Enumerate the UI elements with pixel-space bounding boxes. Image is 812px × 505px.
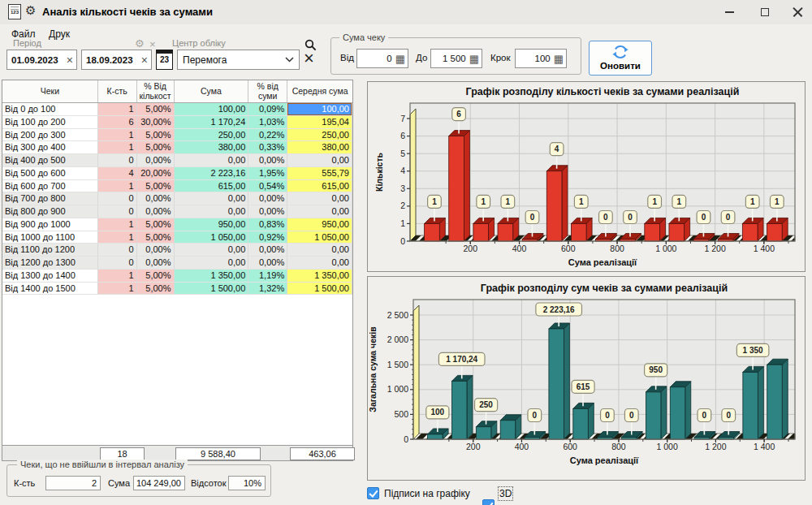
cell[interactable]: 1: [98, 270, 137, 283]
cell[interactable]: 100,00: [175, 103, 249, 116]
cell[interactable]: Від 700 до 800: [2, 192, 98, 205]
cell[interactable]: Від 1300 до 1400: [2, 270, 98, 283]
cell[interactable]: 950,00: [175, 218, 249, 231]
table-row[interactable]: Від 1000 до 110015,00%1 050,000,92%1 050…: [2, 231, 352, 244]
cell[interactable]: 0,00%: [137, 154, 175, 167]
cell[interactable]: Від 300 до 400: [2, 141, 98, 154]
cell[interactable]: 5,00%: [137, 141, 175, 154]
cell[interactable]: 0,00%: [248, 244, 287, 257]
cell[interactable]: 380,00: [175, 141, 249, 154]
cell[interactable]: 100,00: [287, 103, 352, 116]
table-row[interactable]: Від 900 до 100015,00%950,000,83%950,00: [2, 218, 352, 231]
cell[interactable]: 0,00: [175, 205, 249, 218]
cell[interactable]: 250,00: [287, 129, 352, 142]
cell[interactable]: Від 800 до 900: [2, 205, 98, 218]
cell[interactable]: 5,00%: [137, 231, 175, 244]
cell[interactable]: 0,00: [287, 154, 352, 167]
cell[interactable]: 0,00: [287, 205, 352, 218]
cell[interactable]: 0,00%: [248, 154, 287, 167]
cell[interactable]: Від 1400 до 1500: [2, 283, 98, 296]
cell[interactable]: 1,03%: [248, 116, 287, 129]
cell[interactable]: 30,00%: [137, 116, 175, 129]
cell[interactable]: Від 400 до 500: [2, 154, 98, 167]
cell[interactable]: 0,00%: [137, 205, 175, 218]
cell[interactable]: 5,00%: [137, 180, 175, 193]
cell[interactable]: 0: [98, 244, 137, 257]
refresh-button[interactable]: Оновити: [589, 41, 652, 76]
table-row[interactable]: Від 300 до 40015,00%380,000,33%380,00: [2, 141, 352, 154]
cell[interactable]: 195,04: [287, 116, 352, 129]
cell[interactable]: 1: [98, 141, 137, 154]
table-row[interactable]: Від 600 до 70015,00%615,000,54%615,00: [2, 180, 352, 193]
table-row[interactable]: Від 500 до 600420,00%2 223,161,95%555,79: [2, 167, 352, 180]
cell[interactable]: 0,00%: [248, 205, 287, 218]
cell[interactable]: Від 600 до 700: [2, 180, 98, 193]
cell[interactable]: 0,00: [175, 192, 249, 205]
cell[interactable]: 1: [98, 129, 137, 142]
table-row[interactable]: Від 200 до 30015,00%250,000,22%250,00: [2, 129, 352, 142]
cell[interactable]: 1 350,00: [287, 270, 352, 283]
cell[interactable]: 0,00%: [137, 244, 175, 257]
table-row[interactable]: Від 400 до 50000,00%0,000,00%0,00: [2, 154, 352, 167]
cell[interactable]: 1 050,00: [287, 231, 352, 244]
cell[interactable]: 1: [98, 103, 137, 116]
cell[interactable]: 1,19%: [248, 270, 287, 283]
cell[interactable]: 2 223,16: [175, 167, 249, 180]
cell[interactable]: 5,00%: [137, 270, 175, 283]
table-row[interactable]: Від 1100 до 120000,00%0,000,00%0,00: [2, 244, 352, 257]
close-button[interactable]: [781, 0, 812, 24]
maximize-button[interactable]: [749, 0, 781, 24]
column-header[interactable]: Чеки: [2, 80, 98, 102]
column-header[interactable]: Сума: [175, 80, 249, 102]
cell[interactable]: 0,54%: [248, 180, 287, 193]
period-from-input[interactable]: 01.09.2023: [6, 50, 77, 70]
table-row[interactable]: Від 800 до 90000,00%0,000,00%0,00: [2, 205, 352, 218]
cell[interactable]: 0,33%: [248, 141, 287, 154]
column-header[interactable]: К-сть: [98, 80, 137, 102]
clear-center-icon[interactable]: [304, 51, 314, 66]
cell[interactable]: 0,00: [287, 192, 352, 205]
sum-step-input[interactable]: 100: [515, 49, 567, 68]
table-row[interactable]: Від 1400 до 150015,00%1 500,001,32%1 500…: [2, 283, 352, 296]
cell[interactable]: Від 1200 до 1300: [2, 257, 98, 270]
cell[interactable]: 615,00: [287, 180, 352, 193]
cell[interactable]: Від 100 до 200: [2, 116, 98, 129]
table-row[interactable]: Від 100 до 200630,00%1 170,241,03%195,04: [2, 116, 352, 129]
cell[interactable]: 1: [98, 283, 137, 296]
cell[interactable]: 1: [98, 180, 137, 193]
cell[interactable]: 950,00: [287, 218, 352, 231]
cell[interactable]: Від 200 до 300: [2, 129, 98, 142]
calculator-icon[interactable]: [554, 54, 566, 64]
cell[interactable]: 5,00%: [137, 283, 175, 296]
period-to-input[interactable]: 18.09.2023: [81, 50, 152, 70]
cell[interactable]: 5,00%: [137, 103, 175, 116]
column-header[interactable]: % від суми: [248, 80, 287, 102]
cell[interactable]: 0,00%: [137, 192, 175, 205]
cell[interactable]: 0,00: [175, 154, 249, 167]
center-dropdown[interactable]: Перемога: [177, 50, 300, 70]
period-clear-icon[interactable]: [149, 38, 156, 50]
cell[interactable]: 0,00: [287, 244, 352, 257]
cell[interactable]: 1,95%: [248, 167, 287, 180]
column-header[interactable]: % Від кількост: [137, 80, 175, 102]
cell[interactable]: 0,00: [175, 244, 249, 257]
cell[interactable]: 0,22%: [248, 129, 287, 142]
sum-to-input[interactable]: 1 500: [430, 49, 482, 68]
cell[interactable]: 6: [98, 116, 137, 129]
cell[interactable]: 20,00%: [137, 167, 175, 180]
cell[interactable]: 5,00%: [137, 129, 175, 142]
cell[interactable]: 380,00: [287, 141, 352, 154]
cell[interactable]: Від 1000 до 1100: [2, 231, 98, 244]
cell[interactable]: 1: [98, 231, 137, 244]
cell[interactable]: 0: [98, 205, 137, 218]
cell[interactable]: 1 500,00: [175, 283, 249, 296]
period-settings-icon[interactable]: [135, 37, 145, 50]
cell[interactable]: 0: [98, 154, 137, 167]
cell[interactable]: Від 500 до 600: [2, 167, 98, 180]
cell[interactable]: 0,00%: [137, 257, 175, 270]
cell[interactable]: 0,00: [287, 257, 352, 270]
cell[interactable]: 0,09%: [248, 103, 287, 116]
cell[interactable]: Від 1100 до 1200: [2, 244, 98, 257]
cell[interactable]: 555,79: [287, 167, 352, 180]
cell[interactable]: 0,00%: [248, 192, 287, 205]
